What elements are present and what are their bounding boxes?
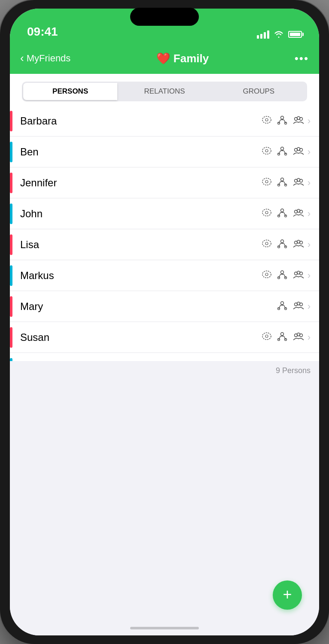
item-icons [261, 177, 305, 188]
group-icon [292, 115, 305, 127]
chevron-right-icon: › [308, 177, 311, 188]
color-indicator [10, 204, 12, 224]
list-item[interactable]: Thomas› [10, 353, 319, 361]
add-icon: + [283, 587, 292, 602]
item-icons [261, 115, 305, 127]
tab-persons[interactable]: PERSONS [23, 83, 117, 100]
chevron-right-icon: › [308, 301, 311, 312]
person-name: Barbara [20, 115, 261, 127]
person-name: Ben [20, 146, 261, 158]
chevron-right-icon: › [308, 332, 311, 343]
group-icon [292, 239, 305, 250]
item-icons [277, 301, 305, 312]
nav-bar: ‹ MyFriends ❤️ Family ••• [10, 43, 319, 74]
item-icons [261, 146, 305, 158]
more-button[interactable]: ••• [295, 52, 309, 65]
tree-icon [277, 208, 288, 219]
wreath-icon [261, 146, 272, 158]
wifi-icon [274, 30, 284, 38]
list-item[interactable]: Markus› [10, 260, 319, 291]
wreath-icon [261, 239, 272, 250]
wreath-icon [261, 177, 272, 188]
color-indicator [10, 296, 12, 317]
phone-screen: 09:41 ‹ MyFriends [10, 9, 319, 635]
phone-frame: 09:41 ‹ MyFriends [0, 0, 329, 644]
wreath-icon [261, 331, 272, 343]
wreath-icon [261, 115, 272, 127]
svg-point-84 [280, 333, 283, 336]
svg-point-38 [280, 209, 283, 212]
item-icons [261, 239, 305, 250]
persons-count: 9 Persons [10, 361, 319, 380]
svg-point-37 [265, 211, 268, 214]
svg-point-82 [262, 333, 271, 340]
svg-point-0 [262, 116, 271, 123]
back-button[interactable]: ‹ MyFriends [20, 52, 70, 65]
nav-title: ❤️ Family [156, 52, 209, 65]
svg-point-49 [265, 242, 268, 245]
color-indicator [10, 327, 12, 348]
svg-point-25 [265, 180, 268, 183]
person-name: Markus [20, 270, 261, 282]
svg-point-50 [280, 240, 283, 243]
tree-icon [277, 115, 288, 127]
add-person-button[interactable]: + [273, 580, 302, 610]
persons-list: Barbara›Ben›Jennifer›John›Lisa›Markus›Ma… [10, 106, 319, 361]
list-item[interactable]: Barbara› [10, 106, 319, 137]
svg-point-60 [262, 271, 271, 278]
tree-icon [277, 177, 288, 188]
color-indicator [10, 173, 12, 193]
segment-wrapper: PERSONS RELATIONS GROUPS [10, 74, 319, 106]
segment-control: PERSONS RELATIONS GROUPS [22, 82, 307, 101]
color-indicator [10, 358, 12, 361]
person-name: Jennifer [20, 177, 261, 189]
svg-point-24 [262, 178, 271, 185]
back-label: MyFriends [27, 53, 71, 64]
svg-point-26 [280, 178, 283, 181]
status-icons [257, 30, 302, 39]
svg-point-72 [280, 302, 283, 305]
list-item[interactable]: Mary› [10, 291, 319, 322]
tree-icon [277, 146, 288, 158]
wreath-icon [261, 270, 272, 281]
tree-icon [277, 301, 288, 312]
tab-groups[interactable]: GROUPS [212, 83, 306, 100]
list-item[interactable]: John› [10, 198, 319, 229]
group-icon [292, 270, 305, 281]
color-indicator [10, 142, 12, 162]
list-item[interactable]: Lisa› [10, 229, 319, 260]
item-icons [261, 270, 305, 281]
color-indicator [10, 265, 12, 286]
svg-point-36 [262, 209, 271, 216]
group-icon [292, 301, 305, 312]
svg-point-48 [262, 240, 271, 247]
status-time: 09:41 [27, 25, 58, 39]
group-icon [292, 177, 305, 188]
svg-point-61 [265, 273, 268, 276]
group-icon [292, 146, 305, 158]
back-arrow-icon: ‹ [20, 52, 24, 65]
battery-icon [288, 31, 302, 38]
svg-point-13 [265, 149, 268, 152]
list-item[interactable]: Jennifer› [10, 167, 319, 198]
person-name: John [20, 208, 261, 220]
svg-point-2 [280, 116, 283, 119]
svg-point-14 [280, 147, 283, 150]
chevron-right-icon: › [308, 208, 311, 219]
person-name: Susan [20, 331, 261, 343]
list-item[interactable]: Susan› [10, 322, 319, 353]
dynamic-island [130, 8, 199, 26]
person-name: Lisa [20, 239, 261, 251]
title-text: Family [174, 52, 209, 65]
item-icons [261, 331, 305, 343]
person-name: Mary [20, 301, 277, 313]
signal-icon [257, 30, 269, 39]
tree-icon [277, 331, 288, 343]
color-indicator [10, 234, 12, 255]
svg-point-62 [280, 271, 283, 274]
list-item[interactable]: Ben› [10, 137, 319, 167]
tab-relations[interactable]: RELATIONS [117, 83, 211, 100]
color-indicator [10, 111, 12, 131]
group-icon [292, 331, 305, 343]
title-emoji: ❤️ [156, 52, 170, 65]
